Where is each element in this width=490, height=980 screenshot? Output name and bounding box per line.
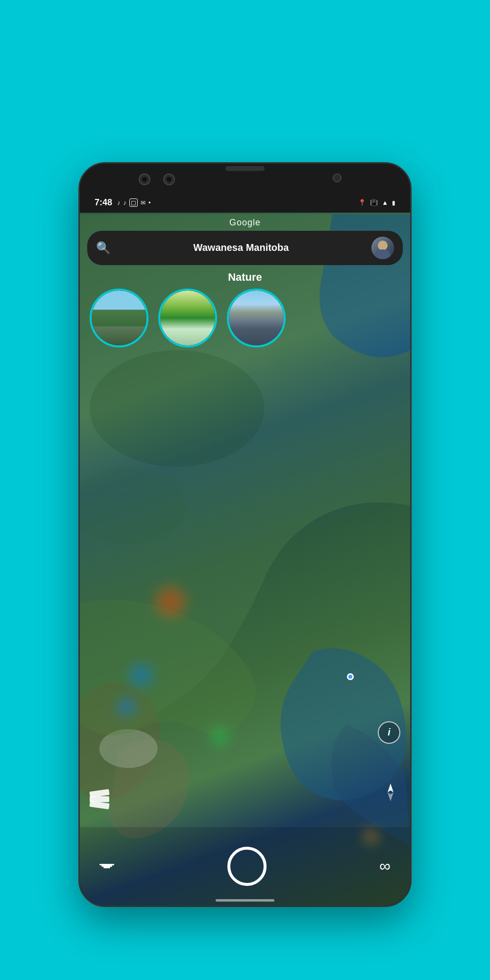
status-time: 7:48	[95, 197, 112, 208]
capture-button[interactable]	[227, 847, 267, 886]
heatmap-blue-dot-1	[126, 661, 156, 690]
speaker	[225, 166, 265, 171]
search-bar[interactable]: 🔍 Wawanesa Manitoba	[87, 231, 403, 265]
front-camera-left	[139, 173, 150, 185]
filter-button[interactable]	[99, 864, 114, 868]
infinity-button[interactable]: ∞	[379, 857, 391, 875]
category-label: Nature	[80, 271, 410, 284]
heatmap-blue-dot-2	[114, 695, 139, 719]
search-icon: 🔍	[96, 241, 111, 255]
status-icons: ♪ ♪ ◻ ✉ •	[117, 198, 151, 207]
photo-circle-2[interactable]	[158, 289, 217, 347]
svg-marker-4	[388, 792, 393, 801]
status-right-icons: 📍 📳 ▲ ▮	[358, 199, 395, 206]
photo-circles-row	[80, 289, 410, 347]
avatar[interactable]	[371, 237, 394, 259]
search-query: Wawanesa Manitoba	[117, 242, 366, 253]
navigate-icon	[380, 782, 401, 803]
photo-circle-3[interactable]	[227, 289, 286, 347]
wifi-icon: ▲	[382, 199, 388, 206]
volume-buttons	[410, 301, 412, 366]
location-icon: 📍	[358, 199, 366, 206]
layers-button[interactable]	[89, 790, 113, 810]
tiktok-icon-2: ♪	[123, 199, 127, 206]
front-camera-right	[163, 173, 175, 185]
app-content: Google 🔍 Wawanesa Manitoba Nature	[80, 213, 410, 906]
svg-marker-3	[388, 784, 393, 792]
navigate-button[interactable]	[380, 782, 401, 805]
tiktok-icon-1: ♪	[117, 199, 121, 206]
google-bar: Google 🔍 Wawanesa Manitoba Nature	[80, 213, 410, 352]
svg-point-0	[90, 350, 265, 467]
phone-device: 7:48 ♪ ♪ ◻ ✉ • 📍 📳 ▲ ▮	[78, 162, 412, 907]
instagram-icon: ◻	[129, 198, 138, 207]
gmail-icon: ✉	[141, 199, 146, 206]
bottom-bar: ∞	[80, 827, 410, 906]
sensor-dot	[333, 173, 342, 182]
map-pin[interactable]	[347, 673, 354, 680]
battery-icon: ▮	[392, 199, 395, 206]
heatmap-red-dot	[151, 582, 190, 621]
vibrate-icon: 📳	[370, 199, 378, 206]
home-indicator	[216, 899, 274, 902]
info-button[interactable]: i	[378, 721, 400, 744]
heatmap-green-dot	[207, 724, 232, 749]
google-label: Google	[80, 213, 410, 231]
photo-circle-1[interactable]	[90, 289, 148, 347]
status-dot: •	[148, 199, 151, 206]
